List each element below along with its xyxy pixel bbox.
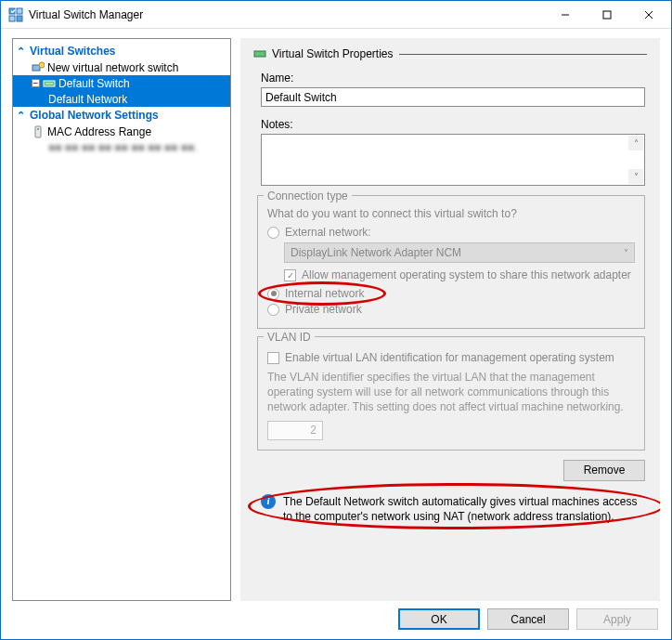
- connection-legend: Connection type: [264, 189, 352, 202]
- tree-item-default-switch[interactable]: − Default Switch: [13, 75, 230, 91]
- checkbox-vlan-label: Enable virtual LAN identification for ma…: [285, 351, 614, 364]
- connection-prompt: What do you want to connect this virtual…: [267, 207, 635, 220]
- app-icon: [8, 7, 23, 22]
- svg-rect-13: [37, 128, 39, 130]
- tree-item-mac-range[interactable]: MAC Address Range: [13, 124, 230, 139]
- svg-point-9: [39, 62, 45, 68]
- tree-item-new-switch[interactable]: New virtual network switch: [13, 59, 230, 75]
- name-input[interactable]: [261, 87, 645, 107]
- checkbox-allow-mgmt-label: Allow management operating system to sha…: [302, 268, 631, 281]
- close-button[interactable]: [627, 2, 669, 28]
- mac-icon: [32, 125, 45, 138]
- section-virtual-switches[interactable]: ⌃ Virtual Switches: [13, 43, 230, 59]
- remove-button[interactable]: Remove: [563, 460, 645, 481]
- section-global-settings[interactable]: ⌃ Global Network Settings: [13, 107, 230, 124]
- radio-internal-label: Internal network: [285, 287, 364, 300]
- scroll-down-icon[interactable]: ˅: [628, 169, 643, 184]
- svg-rect-5: [603, 11, 611, 19]
- adapter-name: DisplayLink Network Adapter NCM: [291, 246, 461, 259]
- maximize-button[interactable]: [586, 2, 627, 28]
- info-icon: i: [261, 494, 276, 509]
- ok-button[interactable]: OK: [398, 608, 480, 630]
- info-text: The Default Network switch automatically…: [283, 494, 641, 524]
- switch-icon: [253, 47, 266, 60]
- notes-label: Notes:: [261, 118, 647, 131]
- svg-rect-1: [17, 8, 22, 14]
- notes-textarea[interactable]: ˄ ˅: [261, 134, 645, 186]
- tree-item-mac-value: ■■ ■■ ■■ ■■ ■■ ■■ ■■ ■■ ■■.: [13, 139, 230, 155]
- titlebar: Virtual Switch Manager: [1, 1, 671, 29]
- window-title: Virtual Switch Manager: [29, 8, 544, 21]
- vlan-id-input: 2: [267, 421, 323, 440]
- collapse-icon: ⌃: [17, 110, 26, 122]
- checkbox-allow-mgmt: ✓: [284, 269, 296, 281]
- svg-rect-2: [9, 16, 15, 21]
- collapse-icon: ⌃: [17, 46, 26, 58]
- radio-external: [267, 227, 279, 239]
- svg-rect-14: [254, 51, 265, 57]
- svg-line-6: [645, 11, 653, 19]
- radio-private: [267, 304, 279, 316]
- vlan-group: VLAN ID Enable virtual LAN identificatio…: [257, 336, 645, 451]
- window-frame: Virtual Switch Manager ⌃ Virtual Switche…: [0, 0, 672, 640]
- expander-minus-icon[interactable]: −: [32, 79, 40, 87]
- connection-type-group: Connection type What do you want to conn…: [257, 195, 645, 329]
- dialog-footer: OK Cancel Apply: [12, 608, 660, 630]
- name-label: Name:: [261, 72, 647, 85]
- svg-rect-12: [35, 126, 41, 137]
- properties-pane: Virtual Switch Properties Name: Notes: ˄…: [240, 38, 660, 601]
- vlan-description: The VLAN identifier specifies the virtua…: [267, 370, 635, 415]
- svg-rect-3: [17, 16, 22, 21]
- new-switch-icon: [32, 61, 45, 74]
- info-message: i The Default Network switch automatical…: [257, 490, 645, 528]
- scroll-up-icon[interactable]: ˄: [628, 136, 643, 150]
- divider: [399, 54, 648, 55]
- apply-button[interactable]: Apply: [576, 608, 658, 630]
- svg-line-7: [645, 11, 653, 19]
- vlan-legend: VLAN ID: [264, 331, 315, 344]
- cancel-button[interactable]: Cancel: [487, 608, 569, 630]
- radio-external-label: External network:: [285, 226, 371, 239]
- tree-item-default-network[interactable]: Default Network: [13, 91, 230, 107]
- checkbox-vlan-enable: [267, 352, 279, 364]
- minimize-button[interactable]: [544, 2, 586, 28]
- radio-private-label: Private network: [285, 303, 362, 316]
- switch-icon: [43, 77, 56, 90]
- external-adapter-combo: DisplayLink Network Adapter NCM ˅: [284, 242, 635, 263]
- radio-internal: [267, 288, 279, 300]
- tree-pane: ⌃ Virtual Switches New virtual network s…: [12, 38, 231, 601]
- panel-header: Virtual Switch Properties: [272, 47, 394, 60]
- chevron-down-icon: ˅: [624, 248, 628, 258]
